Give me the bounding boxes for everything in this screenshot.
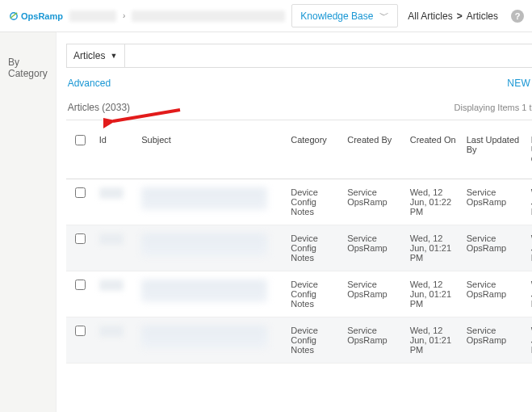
filter-dropdown[interactable]: Articles ▼ — [67, 44, 125, 67]
logo-icon — [8, 11, 19, 22]
col-subject[interactable]: Subject — [136, 120, 286, 179]
cell-subject-redacted — [141, 326, 267, 348]
cell-last-updated-on: Wed, 12 Jun, 01:21 PM — [526, 225, 532, 271]
row-checkbox[interactable] — [75, 187, 86, 198]
breadcrumb-all-articles[interactable]: All Articles — [408, 11, 452, 22]
table-row[interactable]: Device Config NotesService OpsRampWed, 1… — [66, 225, 532, 271]
breadcrumb-separator: > — [457, 11, 463, 22]
cell-id-redacted — [99, 280, 124, 291]
col-id[interactable]: Id — [94, 120, 137, 179]
cell-created-by: Service OpsRamp — [342, 271, 405, 317]
col-last-updated-on[interactable]: Last Updated On — [526, 120, 532, 179]
caret-down-icon: ▼ — [110, 52, 117, 60]
cell-created-by: Service OpsRamp — [342, 225, 405, 271]
cell-subject-redacted — [141, 233, 267, 256]
cell-last-updated-on: Wed, 12 Jun, 01:21 PM — [526, 317, 532, 364]
sidebar-title: By Category — [0, 57, 56, 87]
help-icon[interactable]: ? — [511, 10, 524, 23]
cell-created-by: Service OpsRamp — [342, 317, 405, 364]
cell-last-updated-by: Service OpsRamp — [462, 271, 526, 317]
logo: OpsRamp — [8, 11, 63, 22]
table-row[interactable]: Device Config NotesService OpsRampWed, 1… — [66, 179, 532, 225]
cell-last-updated-by: Service OpsRamp — [462, 179, 526, 225]
cell-id-redacted — [99, 233, 124, 245]
cell-category: Device Config Notes — [286, 271, 342, 317]
logo-text: OpsRamp — [21, 11, 63, 21]
row-checkbox[interactable] — [75, 326, 86, 336]
row-checkbox[interactable] — [75, 280, 86, 290]
chevron-icon: › — [123, 11, 125, 20]
articles-table: Id Subject Category Created By Created O… — [66, 120, 532, 364]
actions-row: Advanced NEW DELETE — [66, 68, 532, 99]
main: By Category Articles ▼ Advanced NEW DELE… — [0, 32, 532, 412]
cell-created-on: Wed, 12 Jun, 01:21 PM — [405, 271, 462, 317]
cell-category: Device Config Notes — [286, 317, 342, 364]
col-category[interactable]: Category — [286, 120, 342, 179]
col-last-updated-by[interactable]: Last Updated By — [462, 120, 526, 179]
table-row[interactable]: Device Config NotesService OpsRampWed, 1… — [66, 317, 532, 364]
cell-created-by: Service OpsRamp — [342, 179, 405, 225]
cell-id-redacted — [99, 326, 124, 337]
cell-last-updated-on: Wed, 12 Jun, 01:21 PM — [526, 271, 532, 317]
table-row[interactable]: Device Config NotesService OpsRampWed, 1… — [66, 271, 532, 317]
cell-created-on: Wed, 12 Jun, 01:22 PM — [405, 179, 462, 225]
col-created-by[interactable]: Created By — [342, 120, 405, 179]
cell-id-redacted — [99, 187, 124, 199]
breadcrumb-articles: Articles — [467, 11, 498, 22]
title-row: Articles (2033) Displaying Items 1 to 20… — [66, 99, 532, 120]
app-header: OpsRamp › Knowledge Base ﹀ All Articles … — [0, 0, 532, 32]
filter-label: Articles — [73, 50, 105, 61]
cell-last-updated-on: Wed, 12 Jun, 01:22 PM — [526, 179, 532, 225]
cell-last-updated-by: Service OpsRamp — [462, 225, 526, 271]
cell-created-on: Wed, 12 Jun, 01:21 PM — [405, 225, 462, 271]
col-created-on[interactable]: Created On — [405, 120, 462, 179]
displaying-text: Displaying Items 1 to 20 of 2033 — [455, 103, 532, 112]
filter-bar: Articles ▼ — [66, 44, 532, 68]
cell-category: Device Config Notes — [286, 225, 342, 271]
cell-created-on: Wed, 12 Jun, 01:21 PM — [405, 317, 462, 364]
row-checkbox[interactable] — [75, 233, 86, 244]
cell-subject-redacted — [141, 187, 267, 210]
cell-subject-redacted — [141, 280, 267, 302]
advanced-link[interactable]: Advanced — [68, 78, 111, 89]
content: Articles ▼ Advanced NEW DELETE Articles … — [57, 32, 532, 412]
cell-category: Device Config Notes — [286, 179, 342, 225]
search-input[interactable] — [125, 44, 532, 67]
new-button[interactable]: NEW — [507, 78, 530, 89]
list-title: Articles (2033) — [68, 102, 130, 113]
breadcrumb-redacted-2 — [132, 11, 285, 22]
sidebar: By Category — [0, 32, 57, 412]
breadcrumb-redacted-1 — [69, 11, 116, 22]
chevron-down-icon: ﹀ — [379, 9, 389, 23]
knowledge-base-dropdown[interactable]: Knowledge Base ﹀ — [291, 4, 398, 27]
select-all-checkbox[interactable] — [75, 135, 86, 145]
table-header-row: Id Subject Category Created By Created O… — [66, 120, 532, 179]
cell-last-updated-by: Service OpsRamp — [462, 317, 526, 364]
kb-label: Knowledge Base — [300, 11, 373, 22]
